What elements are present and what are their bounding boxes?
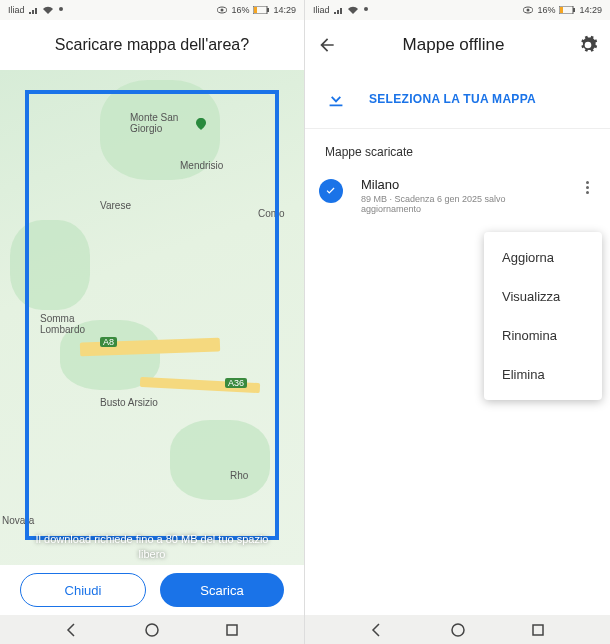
svg-rect-12 — [560, 7, 563, 13]
context-menu: Aggiorna Visualizza Rinomina Elimina — [484, 232, 602, 400]
downloaded-section-title: Mappe scaricate — [305, 129, 610, 171]
svg-point-8 — [364, 7, 368, 11]
eye-icon — [523, 6, 533, 14]
downloaded-map-item[interactable]: Milano 89 MB · Scadenza 6 gen 2025 salvo… — [305, 171, 610, 220]
select-map-row[interactable]: SELEZIONA LA TUA MAPPA — [305, 70, 610, 129]
nav-back-icon[interactable] — [369, 622, 385, 638]
menu-rename[interactable]: Rinomina — [484, 316, 602, 355]
battery-pct: 16% — [231, 5, 249, 15]
download-size-text: Il download richiede fino a 80 MB del tu… — [0, 532, 304, 561]
system-nav — [305, 615, 610, 644]
svg-point-6 — [146, 624, 158, 636]
nav-recent-icon[interactable] — [224, 622, 240, 638]
offline-maps-screen: Iliad 16% 14:29 Mappe offline SELEZIONA … — [305, 0, 610, 644]
svg-rect-15 — [533, 625, 543, 635]
offline-header: Mappe offline — [305, 20, 610, 70]
battery-pct: 16% — [537, 5, 555, 15]
nav-home-icon[interactable] — [450, 622, 466, 638]
signal-icon — [334, 6, 344, 14]
svg-point-0 — [59, 7, 63, 11]
download-header: Scaricare mappa dell'area? — [0, 20, 304, 70]
location-icon — [362, 6, 370, 14]
check-badge-icon — [319, 179, 343, 203]
nav-home-icon[interactable] — [144, 622, 160, 638]
map-preview[interactable]: Monte San Giorgio Mendrisio Varese Como … — [0, 70, 304, 565]
svg-rect-4 — [254, 7, 257, 13]
time-label: 14:29 — [273, 5, 296, 15]
download-icon — [325, 88, 347, 110]
status-bar: Iliad 16% 14:29 — [305, 0, 610, 20]
carrier-label: Iliad — [8, 5, 25, 15]
close-button[interactable]: Chiudi — [20, 573, 146, 607]
svg-rect-7 — [227, 625, 237, 635]
download-title: Scaricare mappa dell'area? — [55, 36, 249, 54]
page-title: Mappe offline — [353, 35, 562, 55]
svg-point-14 — [452, 624, 464, 636]
nav-back-icon[interactable] — [64, 622, 80, 638]
wifi-icon — [348, 6, 358, 14]
carrier-label: Iliad — [313, 5, 330, 15]
map-item-subtitle: 89 MB · Scadenza 6 gen 2025 salvo aggior… — [361, 194, 560, 214]
signal-icon — [29, 6, 39, 14]
menu-delete[interactable]: Elimina — [484, 355, 602, 394]
battery-icon — [253, 6, 269, 14]
download-area-screen: Iliad 16% 14:29 Scaricare mappa dell'are… — [0, 0, 305, 644]
svg-rect-5 — [267, 8, 269, 12]
svg-rect-13 — [573, 8, 575, 12]
svg-point-10 — [527, 9, 530, 12]
gear-icon[interactable] — [578, 35, 598, 55]
menu-view[interactable]: Visualizza — [484, 277, 602, 316]
map-item-name: Milano — [361, 177, 560, 192]
system-nav — [0, 615, 304, 644]
select-map-label: SELEZIONA LA TUA MAPPA — [369, 92, 536, 106]
wifi-icon — [43, 6, 53, 14]
action-buttons: Chiudi Scarica — [0, 565, 304, 615]
battery-icon — [559, 6, 575, 14]
status-bar: Iliad 16% 14:29 — [0, 0, 304, 20]
overflow-menu-icon[interactable] — [578, 177, 596, 198]
download-button[interactable]: Scarica — [160, 573, 284, 607]
menu-update[interactable]: Aggiorna — [484, 238, 602, 277]
time-label: 14:29 — [579, 5, 602, 15]
svg-point-2 — [221, 9, 224, 12]
nav-recent-icon[interactable] — [530, 622, 546, 638]
location-icon — [57, 6, 65, 14]
back-arrow-icon[interactable] — [317, 35, 337, 55]
selection-rectangle[interactable] — [25, 90, 279, 540]
eye-icon — [217, 6, 227, 14]
